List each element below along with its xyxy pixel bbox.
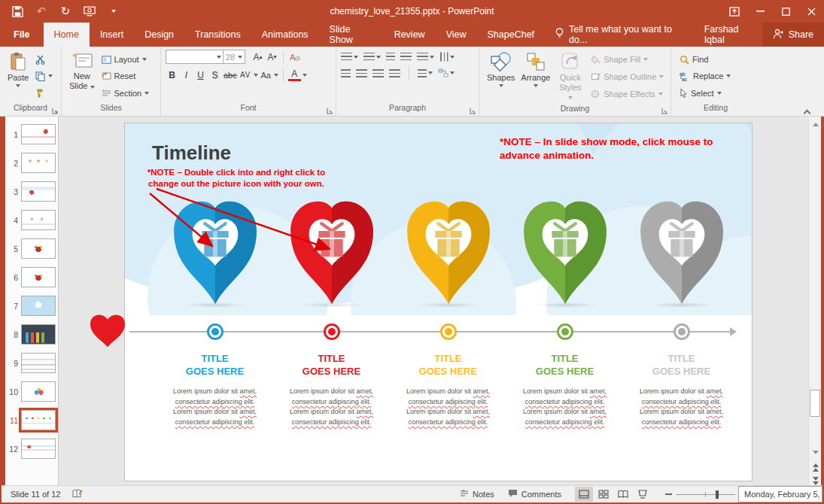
comments-button[interactable]: Comments (508, 489, 561, 499)
scrollbar-thumb[interactable] (810, 390, 820, 417)
shapes-button[interactable]: Shapes (484, 50, 518, 104)
ribbon-display-options-icon[interactable] (722, 0, 747, 23)
change-case-dropdown-icon[interactable] (274, 74, 278, 77)
thumbnail-image[interactable] (21, 381, 56, 402)
bold-button[interactable]: B (166, 68, 178, 82)
paragraph-dialog-launcher-icon[interactable] (469, 107, 476, 114)
thumbnail-image[interactable] (21, 267, 56, 287)
scroll-down-icon[interactable] (810, 446, 821, 458)
bullets-button[interactable] (341, 53, 358, 61)
pin-title-gold[interactable]: TITLEGOES HERE (390, 353, 506, 378)
thumbnail-slide-7[interactable]: 7 (5, 296, 58, 316)
heart-pin-green[interactable] (506, 196, 623, 308)
notes-button[interactable]: Notes (460, 490, 494, 499)
pin-body-text[interactable]: Lorem ipsum dolor sit amet, consectetur … (157, 387, 273, 427)
pin-title-blue[interactable]: TITLEGOES HERE (157, 353, 273, 378)
timeline-marker-gray[interactable] (673, 323, 690, 340)
shape-effects-dropdown-icon[interactable] (658, 93, 663, 96)
previous-slide-icon[interactable] (810, 461, 821, 473)
decrease-indent-icon[interactable] (386, 53, 395, 61)
tab-design[interactable]: Design (134, 23, 184, 47)
picture-note-text[interactable]: *NOTE – Double click into and right clic… (135, 167, 337, 190)
reset-button[interactable]: Reset (99, 71, 152, 81)
thumbnail-image[interactable] (21, 324, 56, 345)
slide-sorter-view-icon[interactable] (594, 487, 613, 502)
paste-dropdown-icon[interactable] (16, 84, 20, 87)
justify-icon[interactable] (389, 69, 400, 77)
collapse-ribbon-icon[interactable] (804, 105, 812, 111)
slide-canvas[interactable]: Timeline *NOTE – In slide show mode, cli… (124, 123, 753, 481)
pin-body-text[interactable]: Lorem ipsum dolor sit amet, consectetur … (623, 387, 740, 427)
columns-dropdown-icon[interactable] (428, 71, 433, 74)
font-name-dropdown-icon[interactable] (217, 56, 221, 59)
numbering-dropdown-icon[interactable] (376, 56, 381, 59)
drawing-dialog-launcher-icon[interactable] (661, 107, 668, 114)
quick-styles-dropdown-icon[interactable] (568, 96, 573, 99)
tab-view[interactable]: View (436, 23, 477, 47)
scroll-up-icon[interactable] (810, 118, 821, 130)
customize-qat-icon[interactable] (107, 5, 120, 18)
increase-indent-icon[interactable] (400, 53, 412, 61)
thumbnail-image[interactable] (21, 124, 56, 144)
paste-button[interactable]: Paste (5, 50, 32, 103)
shape-fill-button[interactable]: Shape Fill (588, 54, 666, 65)
tab-slide-show[interactable]: Slide Show (319, 23, 384, 47)
replace-button[interactable]: abac Replace (677, 71, 756, 82)
line-spacing-button[interactable] (417, 53, 434, 61)
redo-icon[interactable]: ↻ (59, 5, 72, 18)
copy-dropdown-icon[interactable] (48, 74, 53, 77)
thumbnail-slide-12[interactable]: 12 (5, 439, 58, 459)
text-direction-button[interactable] (439, 53, 455, 61)
underline-button[interactable]: U (194, 68, 207, 82)
undo-icon[interactable]: ↶ (35, 5, 48, 18)
tab-file[interactable]: File (0, 23, 44, 47)
tab-review[interactable]: Review (384, 23, 436, 47)
normal-view-icon[interactable] (575, 487, 593, 502)
thumbnail-slide-9[interactable]: 9 (5, 353, 58, 373)
select-button[interactable]: Select (677, 87, 756, 99)
thumbnail-slide-8[interactable]: 8 (5, 324, 58, 345)
reading-view-icon[interactable] (614, 487, 632, 502)
font-color-dropdown-icon[interactable] (303, 74, 307, 77)
animation-note-text[interactable]: *NOTE – In slide show mode, click mouse … (500, 135, 729, 162)
pin-title-gray[interactable]: TITLEGOES HERE (623, 353, 740, 378)
timeline-start-heart-icon[interactable] (89, 314, 126, 349)
share-button[interactable]: Share (762, 23, 824, 47)
tab-transitions[interactable]: Transitions (184, 23, 251, 47)
thumbnail-image[interactable] (21, 210, 56, 230)
align-center-icon[interactable] (356, 69, 367, 77)
font-color-button[interactable]: A (288, 68, 301, 81)
start-slideshow-icon[interactable] (83, 5, 96, 18)
timeline-marker-red[interactable] (324, 323, 340, 340)
character-spacing-button[interactable]: AV (239, 68, 252, 82)
pin-body-text[interactable]: Lorem ipsum dolor sit amet, consectetur … (390, 387, 506, 427)
thumbnail-image[interactable] (21, 353, 56, 373)
timeline-marker-gold[interactable] (440, 323, 457, 340)
thumbnail-image[interactable] (21, 153, 56, 173)
heart-pin-blue[interactable] (157, 196, 273, 308)
arrange-button[interactable]: Arrange (518, 50, 553, 104)
slide-title-text[interactable]: Timeline (152, 141, 231, 165)
pin-body-text[interactable]: Lorem ipsum dolor sit amet, consectetur … (273, 387, 390, 427)
layout-button[interactable]: Layout (99, 54, 152, 65)
new-slide-button[interactable]: NewSlide (66, 50, 98, 103)
find-button[interactable]: Find (677, 54, 756, 65)
columns-button[interactable] (418, 69, 433, 77)
align-left-icon[interactable] (341, 69, 351, 77)
thumbnail-image[interactable] (21, 439, 56, 459)
thumbnail-slide-3[interactable]: 3 (5, 181, 58, 202)
thumbnail-slide-4[interactable]: 4 (5, 210, 58, 230)
font-size-dropdown-icon[interactable] (238, 56, 242, 59)
format-painter-button[interactable] (33, 87, 55, 99)
thumbnail-slide-2[interactable]: 2 (5, 153, 58, 173)
shape-effects-button[interactable]: Shape Effects (588, 89, 666, 99)
shape-fill-dropdown-icon[interactable] (643, 58, 648, 61)
zoom-out-icon[interactable] (665, 493, 672, 495)
section-dropdown-icon[interactable] (144, 92, 149, 95)
heart-pin-gold[interactable] (390, 196, 506, 308)
cut-button[interactable] (33, 54, 55, 65)
layout-dropdown-icon[interactable] (142, 58, 147, 61)
timeline-marker-blue[interactable] (207, 323, 223, 340)
align-right-icon[interactable] (372, 69, 384, 77)
shrink-font-button[interactable]: A▾ (266, 50, 278, 64)
